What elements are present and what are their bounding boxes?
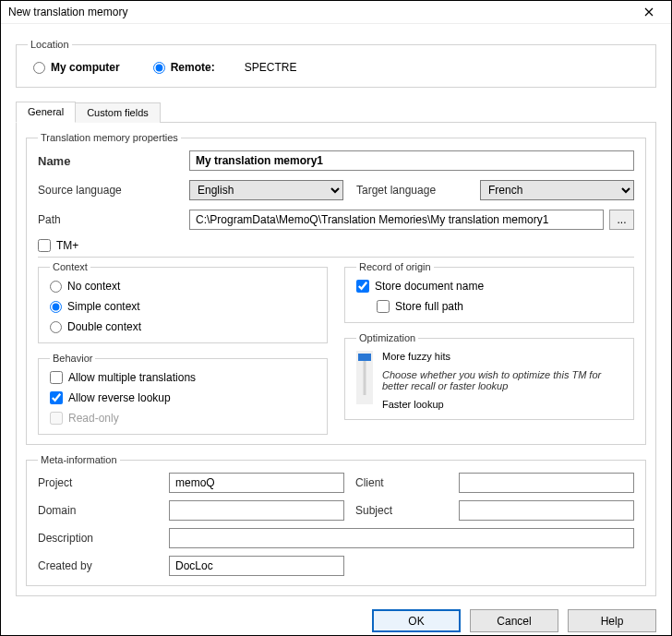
- record-legend: Record of origin: [356, 261, 434, 272]
- created-by-label: Created by: [38, 559, 158, 572]
- mid-columns: Context No context Simple context: [38, 261, 634, 435]
- allow-reverse-label: Allow reverse lookup: [68, 391, 171, 404]
- dialog-title: New translation memory: [8, 6, 634, 18]
- tm-plus-label: TM+: [56, 239, 78, 252]
- more-fuzzy-label: More fuzzy hits: [382, 351, 622, 362]
- store-full-path-checkbox[interactable]: [377, 300, 390, 313]
- read-only-label: Read-only: [68, 412, 119, 425]
- optimization-legend: Optimization: [356, 332, 418, 343]
- project-label: Project: [38, 476, 158, 489]
- separator: [38, 257, 634, 258]
- optimization-desc: Choose whether you wish to optimize this…: [382, 369, 622, 391]
- location-my-computer[interactable]: My computer: [33, 61, 120, 74]
- cancel-button[interactable]: Cancel: [470, 609, 558, 632]
- behavior-group: Behavior Allow multiple translations All…: [38, 353, 328, 435]
- titlebar: New translation memory: [1, 1, 671, 24]
- tabs: General Custom fields Translation memory…: [16, 95, 656, 596]
- tabs-bar: General Custom fields: [16, 101, 656, 123]
- tab-panel-general: Translation memory properties Name Sourc…: [16, 123, 656, 596]
- client-label: Client: [355, 476, 448, 489]
- tm-plus-checkbox[interactable]: [38, 239, 51, 252]
- store-full-path-label: Store full path: [395, 300, 463, 313]
- dialog-buttons: OK Cancel Help: [16, 604, 656, 632]
- tm-properties-group: Translation memory properties Name Sourc…: [26, 132, 646, 445]
- browse-button[interactable]: ...: [609, 210, 634, 230]
- location-legend: Location: [28, 39, 72, 50]
- store-doc-name-label: Store document name: [375, 280, 484, 293]
- context-legend: Context: [50, 261, 90, 272]
- context-group: Context No context Simple context: [38, 261, 328, 343]
- remote-server-name: SPECTRE: [245, 61, 297, 74]
- allow-multiple-label: Allow multiple translations: [68, 371, 196, 384]
- source-lang-select[interactable]: English: [189, 180, 343, 200]
- meta-legend: Meta-information: [38, 454, 120, 465]
- store-doc-name[interactable]: Store document name: [356, 280, 622, 293]
- read-only: Read-only: [50, 412, 316, 425]
- subject-input[interactable]: [459, 500, 634, 521]
- subject-label: Subject: [355, 504, 448, 517]
- context-simple-label: Simple context: [67, 300, 140, 313]
- context-simple[interactable]: Simple context: [50, 300, 316, 313]
- faster-lookup-label: Faster lookup: [382, 399, 622, 410]
- name-label: Name: [38, 154, 176, 168]
- store-full-path[interactable]: Store full path: [377, 300, 622, 313]
- allow-reverse-checkbox[interactable]: [50, 391, 63, 404]
- location-my-computer-radio[interactable]: [33, 62, 45, 74]
- props-grid: Name Source language English Target lang…: [38, 150, 634, 255]
- location-my-computer-label: My computer: [51, 61, 120, 74]
- slider-thumb[interactable]: [358, 354, 371, 361]
- read-only-checkbox: [50, 412, 63, 425]
- created-by-input[interactable]: [169, 556, 344, 576]
- name-input[interactable]: [189, 150, 634, 171]
- target-lang-select[interactable]: French: [480, 180, 634, 200]
- tab-custom-fields[interactable]: Custom fields: [75, 102, 161, 123]
- store-doc-name-checkbox[interactable]: [356, 280, 369, 293]
- close-icon: [644, 7, 654, 17]
- allow-multiple[interactable]: Allow multiple translations: [50, 371, 316, 384]
- context-double-radio[interactable]: [50, 321, 62, 333]
- ok-button[interactable]: OK: [372, 609, 461, 632]
- target-lang-label: Target language: [356, 184, 467, 197]
- tab-general[interactable]: General: [16, 102, 76, 123]
- allow-reverse[interactable]: Allow reverse lookup: [50, 391, 316, 404]
- optimization-group: Optimization More fuzzy hits Choose whet…: [344, 332, 634, 420]
- context-no-label: No context: [67, 280, 120, 293]
- close-button[interactable]: [634, 1, 664, 23]
- context-simple-radio[interactable]: [50, 301, 62, 313]
- domain-input[interactable]: [169, 500, 344, 521]
- optimization-slider[interactable]: [356, 351, 373, 404]
- domain-label: Domain: [38, 504, 158, 517]
- dialog-window: New translation memory Location My compu…: [0, 0, 672, 636]
- client-input[interactable]: [459, 473, 634, 493]
- location-remote-label: Remote:: [171, 61, 215, 74]
- context-double[interactable]: Double context: [50, 320, 316, 333]
- path-input[interactable]: [189, 210, 604, 230]
- tm-plus-check[interactable]: TM+: [38, 239, 78, 252]
- behavior-legend: Behavior: [50, 353, 95, 364]
- tm-properties-legend: Translation memory properties: [38, 132, 181, 143]
- description-input[interactable]: [169, 528, 634, 548]
- help-button[interactable]: Help: [568, 609, 656, 632]
- context-double-label: Double context: [67, 320, 141, 333]
- slider-track: [364, 360, 366, 395]
- location-row: My computer Remote: SPECTRE: [28, 57, 644, 78]
- location-remote-radio[interactable]: [153, 62, 165, 74]
- project-input[interactable]: [169, 473, 344, 493]
- description-label: Description: [38, 532, 158, 545]
- path-label: Path: [38, 213, 176, 226]
- dialog-content: Location My computer Remote: SPECTRE Gen…: [1, 24, 671, 636]
- allow-multiple-checkbox[interactable]: [50, 371, 63, 384]
- source-lang-label: Source language: [38, 184, 176, 197]
- context-no[interactable]: No context: [50, 280, 316, 293]
- meta-group: Meta-information Project Client Domain S…: [26, 454, 646, 586]
- location-remote[interactable]: Remote:: [153, 61, 215, 74]
- context-no-radio[interactable]: [50, 281, 62, 293]
- location-group: Location My computer Remote: SPECTRE: [16, 39, 656, 88]
- record-group: Record of origin Store document name Sto…: [344, 261, 634, 323]
